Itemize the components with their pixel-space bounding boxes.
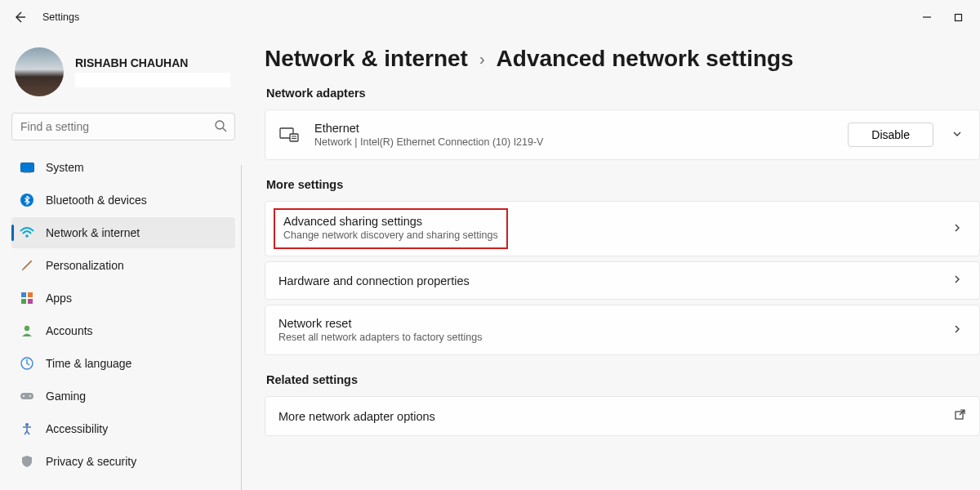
hardware-properties-card[interactable]: Hardware and connection properties [265,261,980,300]
ethernet-subtitle: Network | Intel(R) Ethernet Connection (… [314,136,833,148]
sidebar-item-bluetooth[interactable]: Bluetooth & devices [11,185,235,216]
brush-icon [20,258,34,273]
sidebar-item-label: Network & internet [46,226,140,239]
sidebar-item-label: Apps [46,292,72,305]
maximize-button[interactable] [952,11,964,23]
svg-point-7 [25,234,29,238]
svg-point-2 [216,121,224,129]
svg-point-17 [25,423,29,426]
wifi-icon [20,225,34,240]
external-link-icon [954,408,966,424]
svg-rect-1 [955,14,961,20]
person-icon [20,323,34,338]
sidebar-item-label: Time & language [46,357,131,370]
breadcrumb-current: Advanced network settings [497,46,794,72]
svg-rect-9 [28,292,33,297]
chevron-right-icon: › [479,50,485,69]
more-adapter-options-card[interactable]: More network adapter options [265,396,980,436]
svg-rect-10 [21,299,26,304]
shield-icon [20,454,34,469]
back-button[interactable] [5,2,34,32]
window-title: Settings [34,11,79,23]
sidebar-divider [241,165,242,490]
chevron-right-icon [948,274,966,287]
highlight-box: Advanced sharing settings Change network… [274,208,508,249]
svg-rect-14 [20,393,33,399]
avatar [15,47,64,96]
minimize-button[interactable] [921,11,933,23]
search-box[interactable] [11,113,235,140]
svg-rect-5 [24,172,31,172]
advanced-sharing-subtitle: Change network discovery and sharing set… [283,229,498,241]
chevron-down-icon[interactable] [948,128,966,142]
breadcrumb-parent[interactable]: Network & internet [265,46,468,72]
chevron-right-icon [948,222,966,236]
ethernet-title: Ethernet [314,122,833,135]
sidebar: RISHABH CHAUHAN System Bluetooth & devic… [0,34,245,490]
svg-rect-19 [290,134,298,141]
advanced-sharing-title: Advanced sharing settings [283,215,498,228]
profile-name: RISHABH CHAUHAN [75,56,230,69]
sidebar-item-label: System [46,161,84,174]
main-content: Network & internet › Advanced network se… [245,34,980,490]
reset-subtitle: Reset all network adapters to factory se… [278,332,933,343]
network-reset-card[interactable]: Network reset Reset all network adapters… [265,305,980,355]
sidebar-item-time-language[interactable]: Time & language [11,348,235,379]
bluetooth-icon [20,193,34,207]
reset-title: Network reset [278,317,933,330]
sidebar-item-apps[interactable]: Apps [11,283,235,314]
sidebar-item-gaming[interactable]: Gaming [11,381,235,412]
adapter-options-title: More network adapter options [278,410,939,423]
gamepad-icon [20,389,34,403]
sidebar-item-label: Bluetooth & devices [46,194,147,207]
svg-rect-11 [28,299,33,304]
sidebar-item-label: Personalization [46,259,124,272]
sidebar-item-system[interactable]: System [11,152,235,183]
hardware-title: Hardware and connection properties [278,274,933,287]
svg-rect-8 [21,292,26,297]
search-icon [214,119,227,136]
sidebar-item-label: Privacy & security [46,455,136,468]
svg-rect-4 [20,163,33,172]
titlebar: Settings [0,0,980,34]
section-title-related: Related settings [266,373,980,386]
chevron-right-icon [948,323,966,337]
svg-point-16 [29,395,31,397]
sidebar-item-accessibility[interactable]: Accessibility [11,413,235,444]
apps-icon [20,291,34,305]
svg-point-12 [24,326,29,331]
disable-button[interactable]: Disable [848,122,933,147]
profile-block[interactable]: RISHABH CHAUHAN [11,42,235,106]
ethernet-card[interactable]: Ethernet Network | Intel(R) Ethernet Con… [265,109,980,160]
sidebar-item-personalization[interactable]: Personalization [11,250,235,281]
svg-point-15 [23,395,24,397]
svg-line-3 [223,128,226,131]
section-title-more: More settings [266,178,980,191]
profile-email-redacted [75,73,230,87]
system-icon [20,160,34,175]
search-input[interactable] [11,113,235,140]
ethernet-icon [278,126,300,144]
sidebar-item-network[interactable]: Network & internet [11,217,235,248]
advanced-sharing-card[interactable]: Advanced sharing settings Change network… [265,201,980,256]
sidebar-nav: System Bluetooth & devices Network & int… [11,152,235,477]
breadcrumb: Network & internet › Advanced network se… [265,46,980,72]
globe-clock-icon [20,356,34,371]
sidebar-item-label: Accounts [46,324,93,337]
section-title-adapters: Network adapters [266,87,980,100]
accessibility-icon [20,421,34,436]
sidebar-item-label: Accessibility [46,422,108,435]
sidebar-item-accounts[interactable]: Accounts [11,315,235,346]
sidebar-item-label: Gaming [46,390,86,403]
sidebar-item-privacy[interactable]: Privacy & security [11,446,235,477]
